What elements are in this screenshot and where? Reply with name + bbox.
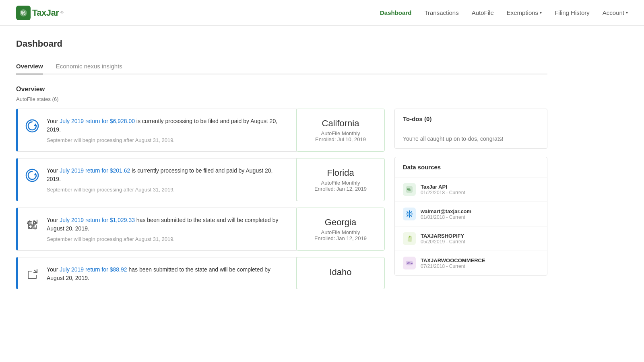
shopify-name: TAXJARSHOPIFY xyxy=(421,233,539,239)
taxjar-api-name: TaxJar API xyxy=(421,184,539,190)
svg-line-13 xyxy=(407,212,408,213)
idaho-return-link[interactable]: July 2019 return for $88.92 xyxy=(60,266,127,273)
georgia-sub-text: September will begin processing after Au… xyxy=(47,236,288,242)
svg-text:%: % xyxy=(407,187,411,192)
woocommerce-info: TAXJARWOOCOMMERCE 07/21/2018 - Current xyxy=(421,257,539,269)
woocommerce-icon: Woo xyxy=(403,257,416,269)
datasource-woocommerce[interactable]: Woo TAXJARWOOCOMMERCE 07/21/2018 - Curre… xyxy=(395,251,547,275)
state-row-georgia: Your July 2019 return for $1,029.33 has … xyxy=(16,208,385,251)
navbar: % TaxJar® Dashboard Transactions AutoFil… xyxy=(0,0,644,26)
florida-sub-text: September will begin processing after Au… xyxy=(47,187,288,193)
california-content: Your July 2019 return for $6,928.00 is c… xyxy=(47,117,288,143)
taxjar-api-icon: % xyxy=(403,183,416,196)
florida-enrolled: Enrolled: Jan 12, 2019 xyxy=(314,186,367,192)
processing-icon-california xyxy=(24,118,40,134)
todos-body: You're all caught up on to-dos, congrats… xyxy=(395,129,547,148)
california-sub-text: September will begin processing after Au… xyxy=(47,137,288,143)
svg-line-14 xyxy=(411,215,412,216)
florida-plan: AutoFile Monthly xyxy=(321,180,360,186)
state-row-left-idaho: Your July 2019 return for $88.92 has bee… xyxy=(16,257,297,289)
tab-overview[interactable]: Overview xyxy=(16,59,43,74)
walmart-icon xyxy=(403,208,416,220)
autofile-states-label: AutoFile states (6) xyxy=(16,96,547,102)
page-title: Dashboard xyxy=(16,39,547,49)
datasources-card: Data sources % TaxJar API 01/22/2018 - C… xyxy=(394,157,547,276)
state-card-california[interactable]: California AutoFile Monthly Enrolled: Ju… xyxy=(296,109,385,152)
logo-icon: % xyxy=(16,6,31,20)
florida-content: Your July 2019 return for $201.62 is cur… xyxy=(47,167,288,193)
todos-header: To-dos (0) xyxy=(395,109,547,129)
walmart-dates: 01/01/2018 - Current xyxy=(421,214,539,220)
account-chevron-icon: ▾ xyxy=(626,10,628,15)
woocommerce-dates: 07/21/2018 - Current xyxy=(421,263,539,269)
taxjar-api-info: TaxJar API 01/22/2018 - Current xyxy=(421,184,539,195)
datasources-header: Data sources xyxy=(395,157,547,177)
state-row-california: Your July 2019 return for $6,928.00 is c… xyxy=(16,109,385,152)
page-content: Dashboard Overview Economic nexus insigh… xyxy=(0,26,564,309)
overview-section-title: Overview xyxy=(16,86,547,93)
georgia-content: Your July 2019 return for $1,029.33 has … xyxy=(47,216,288,242)
state-card-florida[interactable]: Florida AutoFile Monthly Enrolled: Jan 1… xyxy=(296,158,385,201)
svg-marker-5 xyxy=(34,173,37,175)
georgia-plan: AutoFile Monthly xyxy=(321,229,360,235)
florida-main-text: Your July 2019 return for $201.62 is cur… xyxy=(47,167,288,183)
logo[interactable]: % TaxJar® xyxy=(16,6,64,20)
shopify-dates: 05/20/2019 - Current xyxy=(421,239,539,245)
california-plan: AutoFile Monthly xyxy=(321,130,360,136)
logo-sup: ® xyxy=(60,10,63,15)
tab-bar: Overview Economic nexus insights xyxy=(16,59,547,74)
svg-marker-3 xyxy=(34,123,37,126)
nav-link-transactions[interactable]: Transactions xyxy=(424,9,458,16)
idaho-state-name: Idaho xyxy=(329,267,351,278)
florida-return-link[interactable]: July 2019 return for $201.62 xyxy=(60,167,130,174)
california-enrolled: Enrolled: Jul 10, 2019 xyxy=(315,136,366,142)
shopify-info: TAXJARSHOPIFY 05/20/2019 - Current xyxy=(421,233,539,245)
state-card-georgia[interactable]: Georgia AutoFile Monthly Enrolled: Jan 1… xyxy=(296,208,385,251)
state-row-florida: Your July 2019 return for $201.62 is cur… xyxy=(16,158,385,201)
california-return-link[interactable]: July 2019 return for $6,928.00 xyxy=(60,118,135,124)
florida-state-name: Florida xyxy=(327,168,354,178)
submitted-icon-georgia xyxy=(24,217,40,233)
right-panel: To-dos (0) You're all caught up on to-do… xyxy=(394,109,547,296)
georgia-state-name: Georgia xyxy=(325,217,356,228)
svg-text:Woo: Woo xyxy=(407,262,413,265)
exemptions-chevron-icon: ▾ xyxy=(540,10,542,15)
submitted-icon-idaho xyxy=(24,266,40,282)
datasource-shopify[interactable]: TAXJARSHOPIFY 05/20/2019 - Current xyxy=(395,226,547,251)
nav-link-autofile[interactable]: AutoFile xyxy=(472,9,494,16)
datasource-taxjar-api[interactable]: % TaxJar API 01/22/2018 - Current xyxy=(395,177,547,202)
taxjar-api-dates: 01/22/2018 - Current xyxy=(421,190,539,195)
nav-link-filing-history[interactable]: Filing History xyxy=(555,9,590,16)
main-layout: Your July 2019 return for $6,928.00 is c… xyxy=(16,109,547,296)
georgia-return-link[interactable]: July 2019 return for $1,029.33 xyxy=(60,217,135,223)
nav-links: Dashboard Transactions AutoFile Exemptio… xyxy=(380,9,628,16)
datasource-walmart[interactable]: walmart@taxjar.com 01/01/2018 - Current xyxy=(395,202,547,226)
shopify-icon xyxy=(403,232,416,245)
walmart-name: walmart@taxjar.com xyxy=(421,208,539,214)
processing-icon-florida xyxy=(24,167,40,183)
state-row-left-florida: Your July 2019 return for $201.62 is cur… xyxy=(16,158,297,201)
nav-link-account[interactable]: Account ▾ xyxy=(603,9,628,16)
state-card-idaho[interactable]: Idaho xyxy=(296,257,385,289)
nav-link-exemptions[interactable]: Exemptions ▾ xyxy=(507,9,542,16)
california-main-text: Your July 2019 return for $6,928.00 is c… xyxy=(47,117,288,134)
woocommerce-name: TAXJARWOOCOMMERCE xyxy=(421,257,539,263)
state-row-left-california: Your July 2019 return for $6,928.00 is c… xyxy=(16,109,297,152)
svg-text:%: % xyxy=(21,10,26,16)
svg-line-15 xyxy=(411,212,412,213)
nav-link-dashboard[interactable]: Dashboard xyxy=(380,9,411,16)
autofile-list: Your July 2019 return for $6,928.00 is c… xyxy=(16,109,385,296)
georgia-enrolled: Enrolled: Jan 12, 2019 xyxy=(314,235,367,241)
california-state-name: California xyxy=(322,118,359,129)
walmart-info: walmart@taxjar.com 01/01/2018 - Current xyxy=(421,208,539,220)
state-row-left-georgia: Your July 2019 return for $1,029.33 has … xyxy=(16,208,297,251)
tab-economic-nexus[interactable]: Economic nexus insights xyxy=(56,59,122,74)
svg-line-16 xyxy=(407,215,408,216)
state-row-idaho: Your July 2019 return for $88.92 has bee… xyxy=(16,257,385,289)
logo-text: TaxJar xyxy=(32,8,59,18)
idaho-content: Your July 2019 return for $88.92 has bee… xyxy=(47,265,288,286)
svg-point-8 xyxy=(409,213,410,215)
idaho-main-text: Your July 2019 return for $88.92 has bee… xyxy=(47,265,288,282)
georgia-main-text: Your July 2019 return for $1,029.33 has … xyxy=(47,216,288,233)
todos-card: To-dos (0) You're all caught up on to-do… xyxy=(394,109,547,149)
